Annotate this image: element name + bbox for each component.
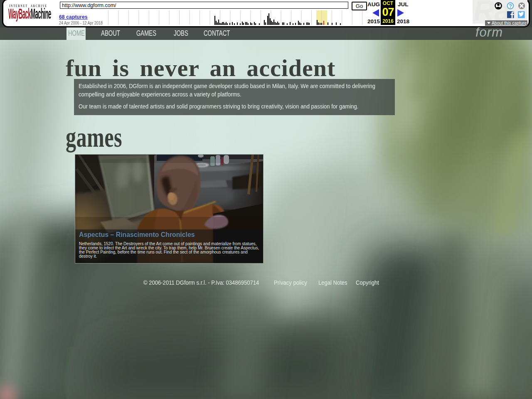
svg-text:?: ?	[509, 3, 512, 9]
